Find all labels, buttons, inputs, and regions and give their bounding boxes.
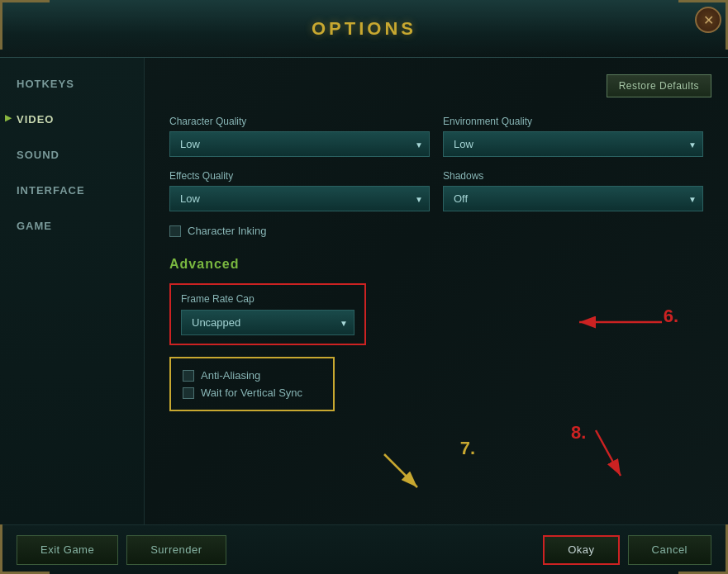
environment-quality-item: Environment Quality Low ▼ [443,116,703,157]
quality-grid: Character Quality Low ▼ Environment Qual… [169,116,703,211]
vsync-label: Wait for Vertical Sync [201,387,302,399]
title-bar: OPTIONS [0,0,728,58]
advanced-title: Advanced [169,257,703,272]
sidebar: HOTKEYS VIDEO SOUND INTERFACE GAME [0,58,145,524]
shadows-item: Shadows Off ▼ [443,170,703,211]
annotation-7-label: 7. [460,438,475,459]
anti-aliasing-row: Anti-Aliasing [183,367,321,384]
character-quality-dropdown-wrapper: Low ▼ [169,131,430,157]
character-quality-label: Character Quality [169,116,430,127]
sidebar-item-label: VIDEO [17,113,54,126]
dialog-title: OPTIONS [312,18,416,40]
sidebar-item-video[interactable]: VIDEO [0,102,144,137]
sidebar-item-label: HOTKEYS [17,78,74,90]
sidebar-item-sound[interactable]: SOUND [0,137,144,173]
corner-tl [0,0,50,50]
close-icon: ✕ [703,12,714,28]
effects-quality-label: Effects Quality [169,170,430,182]
close-button[interactable]: ✕ [695,7,721,33]
sidebar-item-hotkeys[interactable]: HOTKEYS [0,66,144,102]
sidebar-item-label: INTERFACE [17,184,85,197]
main-layout: HOTKEYS VIDEO SOUND INTERFACE GAME Resto… [0,58,728,524]
frame-rate-cap-select[interactable]: Uncapped [181,310,354,335]
svg-line-3 [384,454,417,487]
character-inking-label: Character Inking [188,225,266,237]
modal-overlay: ✕ OPTIONS HOTKEYS VIDEO SOUND INTERFACE … [0,0,728,574]
effects-quality-dropdown-wrapper: Low ▼ [169,186,430,211]
shadows-select[interactable]: Off [443,186,703,211]
environment-quality-label: Environment Quality [443,116,703,127]
checkboxes-section: Anti-Aliasing Wait for Vertical Sync [169,357,335,411]
frame-rate-section: Frame Rate Cap Uncapped ▼ [169,283,366,345]
effects-quality-item: Effects Quality Low ▼ [169,170,430,211]
sidebar-item-interface[interactable]: INTERFACE [0,173,144,208]
frame-rate-dropdown-wrapper: Uncapped ▼ [181,310,354,335]
annotation-7: 7. [368,438,475,499]
character-quality-select[interactable]: Low [169,131,430,157]
bottom-bar: Exit Game Surrender Okay Cancel [0,524,728,574]
shadows-label: Shadows [443,170,703,182]
character-quality-item: Character Quality Low ▼ [169,116,430,157]
corner-bl [0,524,50,574]
environment-quality-dropdown-wrapper: Low ▼ [443,131,703,157]
environment-quality-select[interactable]: Low [443,131,703,157]
character-inking-checkbox[interactable] [169,225,181,237]
surrender-button[interactable]: Surrender [126,535,226,565]
anti-aliasing-checkbox[interactable] [183,370,194,382]
restore-defaults-button[interactable]: Restore Defaults [607,74,711,97]
sidebar-item-game[interactable]: GAME [0,208,144,244]
vsync-row: Wait for Vertical Sync [183,384,321,401]
content-area: Restore Defaults Character Quality Low ▼… [145,58,728,524]
sidebar-item-label: GAME [17,220,52,232]
effects-quality-select[interactable]: Low [169,186,430,211]
anti-aliasing-label: Anti-Aliasing [201,369,260,382]
corner-br [678,524,728,574]
sidebar-item-label: SOUND [17,149,59,161]
advanced-section: Advanced Frame Rate Cap Uncapped ▼ [169,257,703,411]
vsync-checkbox[interactable] [183,387,194,399]
okay-button[interactable]: Okay [543,535,619,565]
character-inking-row: Character Inking [169,225,703,237]
annotation-7-arrow [368,438,475,496]
frame-rate-cap-label: Frame Rate Cap [181,293,354,305]
shadows-dropdown-wrapper: Off ▼ [443,186,703,211]
